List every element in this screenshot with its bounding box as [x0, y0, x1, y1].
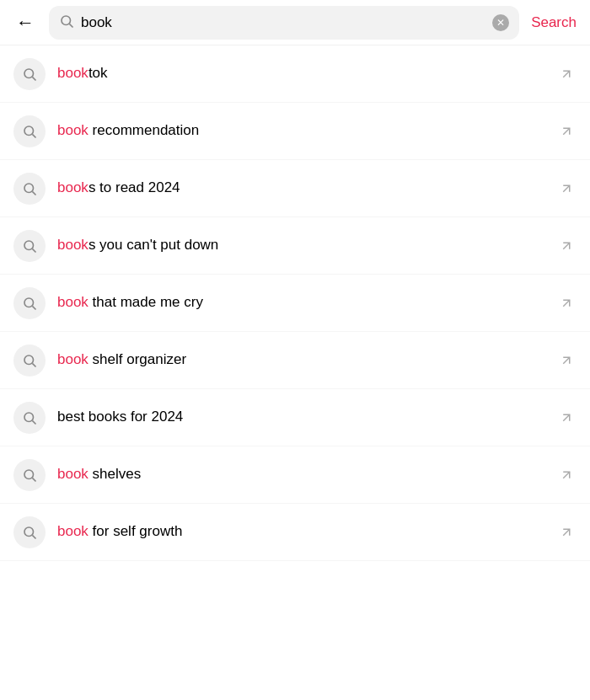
svg-point-23	[24, 470, 34, 479]
highlight-text: book	[57, 294, 88, 310]
svg-line-25	[563, 472, 570, 478]
suggestion-text: books to read 2024	[57, 179, 544, 197]
highlight-text: book	[57, 466, 88, 482]
back-arrow-icon: ←	[16, 12, 35, 34]
svg-line-22	[563, 414, 570, 421]
normal-text: for self growth	[88, 523, 183, 539]
normal-text: s to read 2024	[88, 179, 180, 195]
suggestion-text: best books for 2024	[57, 408, 544, 426]
svg-line-19	[563, 357, 570, 364]
search-bar-icon	[59, 13, 74, 32]
list-item[interactable]: best books for 2024	[0, 389, 590, 446]
svg-line-6	[32, 134, 35, 137]
search-circle-icon	[13, 58, 46, 90]
list-item[interactable]: booktok	[0, 45, 590, 103]
highlight-text: book	[57, 65, 88, 81]
fill-search-icon[interactable]	[556, 293, 577, 313]
list-item[interactable]: book that made me cry	[0, 275, 590, 332]
highlight-text: book	[57, 237, 88, 253]
list-item[interactable]: book for self growth	[0, 504, 590, 561]
search-circle-icon	[13, 230, 46, 262]
highlight-text: book	[57, 523, 88, 539]
list-item[interactable]: books you can't put down	[0, 217, 590, 275]
svg-point-20	[24, 413, 34, 422]
svg-line-15	[32, 306, 35, 309]
list-item[interactable]: book shelf organizer	[0, 332, 590, 389]
suggestion-text: book shelf organizer	[57, 350, 544, 369]
search-circle-icon	[13, 459, 46, 491]
fill-search-icon[interactable]	[556, 236, 577, 256]
svg-line-13	[563, 243, 570, 249]
svg-line-3	[32, 77, 35, 80]
clear-button[interactable]: ✕	[492, 14, 509, 31]
svg-point-17	[24, 355, 34, 365]
search-circle-icon	[13, 287, 46, 319]
svg-line-16	[563, 300, 570, 307]
svg-line-21	[32, 420, 35, 424]
fill-search-icon[interactable]	[556, 408, 577, 428]
search-header: ← ✕ Search	[0, 0, 590, 45]
search-input[interactable]	[81, 14, 485, 31]
normal-text: that made me cry	[88, 294, 203, 310]
svg-point-5	[24, 126, 34, 136]
suggestion-text: books you can't put down	[57, 236, 544, 254]
suggestion-text: book for self growth	[57, 522, 544, 541]
list-item[interactable]: books to read 2024	[0, 160, 590, 217]
highlight-text: book	[57, 351, 88, 367]
normal-text: shelves	[88, 466, 141, 482]
fill-search-icon[interactable]	[556, 465, 577, 485]
svg-line-1	[69, 24, 72, 27]
highlight-text: book	[57, 122, 88, 138]
clear-icon: ✕	[496, 18, 505, 28]
search-action-button[interactable]: Search	[528, 14, 580, 31]
suggestion-text: book recommendation	[57, 121, 544, 140]
svg-line-24	[32, 478, 35, 481]
svg-line-10	[563, 185, 570, 192]
normal-text: recommendation	[88, 122, 199, 138]
fill-search-icon[interactable]	[556, 350, 577, 371]
fill-search-icon[interactable]	[556, 522, 577, 542]
back-button[interactable]: ←	[10, 8, 40, 38]
search-circle-icon	[13, 402, 46, 434]
suggestion-text: book shelves	[57, 465, 544, 484]
search-circle-icon	[13, 115, 46, 147]
fill-search-icon[interactable]	[556, 179, 577, 199]
normal-text: best books for 2024	[57, 409, 183, 425]
search-circle-icon	[13, 516, 46, 548]
suggestions-list: booktok book recommendation	[0, 45, 590, 561]
svg-point-0	[62, 16, 71, 25]
normal-text: tok	[88, 65, 108, 81]
fill-search-icon[interactable]	[556, 121, 577, 142]
svg-point-14	[24, 298, 34, 307]
search-circle-icon	[13, 173, 46, 205]
normal-text: s you can't put down	[88, 237, 218, 253]
svg-line-9	[32, 191, 35, 195]
search-circle-icon	[13, 345, 46, 377]
svg-line-18	[32, 363, 35, 366]
svg-point-26	[24, 527, 34, 537]
suggestion-text: booktok	[57, 64, 544, 83]
svg-line-27	[32, 535, 35, 538]
svg-point-2	[24, 69, 34, 78]
svg-line-4	[563, 71, 570, 77]
search-bar: ✕	[49, 6, 519, 40]
svg-point-11	[24, 241, 34, 250]
svg-point-8	[24, 184, 34, 193]
list-item[interactable]: book shelves	[0, 446, 590, 504]
svg-line-12	[32, 248, 35, 252]
suggestion-text: book that made me cry	[57, 293, 544, 312]
fill-search-icon[interactable]	[556, 64, 577, 84]
svg-line-7	[563, 128, 570, 135]
normal-text: shelf organizer	[88, 351, 186, 367]
svg-line-28	[563, 529, 570, 536]
highlight-text: book	[57, 179, 88, 195]
list-item[interactable]: book recommendation	[0, 103, 590, 160]
